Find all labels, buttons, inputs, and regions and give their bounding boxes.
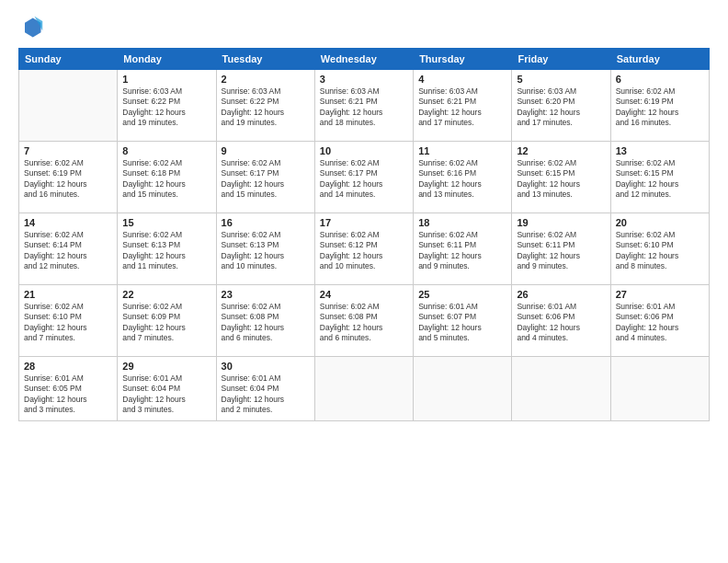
day-info: Sunrise: 6:01 AM Sunset: 6:06 PM Dayligh… bbox=[616, 302, 704, 344]
week-row-3: 14Sunrise: 6:02 AM Sunset: 6:14 PM Dayli… bbox=[19, 213, 710, 285]
calendar-cell bbox=[314, 357, 413, 421]
day-info: Sunrise: 6:01 AM Sunset: 6:06 PM Dayligh… bbox=[517, 302, 605, 344]
day-info: Sunrise: 6:02 AM Sunset: 6:10 PM Dayligh… bbox=[616, 230, 704, 272]
calendar-cell bbox=[414, 357, 512, 421]
calendar-cell: 28Sunrise: 6:01 AM Sunset: 6:05 PM Dayli… bbox=[19, 357, 118, 421]
day-number: 29 bbox=[122, 361, 210, 372]
calendar-cell: 6Sunrise: 6:02 AM Sunset: 6:19 PM Daylig… bbox=[610, 70, 709, 142]
day-number: 30 bbox=[222, 361, 310, 372]
week-row-2: 7Sunrise: 6:02 AM Sunset: 6:19 PM Daylig… bbox=[19, 142, 710, 213]
calendar-cell: 24Sunrise: 6:02 AM Sunset: 6:08 PM Dayli… bbox=[314, 285, 413, 357]
day-number: 16 bbox=[222, 217, 310, 228]
week-row-5: 28Sunrise: 6:01 AM Sunset: 6:05 PM Dayli… bbox=[19, 357, 710, 421]
weekday-header-friday: Friday bbox=[512, 49, 610, 70]
day-number: 11 bbox=[418, 145, 506, 156]
day-info: Sunrise: 6:02 AM Sunset: 6:17 PM Dayligh… bbox=[320, 158, 408, 201]
weekday-header-thursday: Thursday bbox=[414, 49, 512, 70]
day-number: 25 bbox=[418, 289, 506, 300]
day-info: Sunrise: 6:02 AM Sunset: 6:16 PM Dayligh… bbox=[418, 158, 506, 201]
day-info: Sunrise: 6:02 AM Sunset: 6:08 PM Dayligh… bbox=[222, 302, 310, 344]
day-number: 9 bbox=[222, 145, 310, 156]
day-info: Sunrise: 6:02 AM Sunset: 6:10 PM Dayligh… bbox=[24, 302, 112, 344]
calendar-cell: 5Sunrise: 6:03 AM Sunset: 6:20 PM Daylig… bbox=[512, 70, 610, 142]
day-number: 12 bbox=[517, 145, 605, 156]
day-number: 1 bbox=[122, 74, 210, 85]
day-info: Sunrise: 6:01 AM Sunset: 6:04 PM Dayligh… bbox=[122, 373, 210, 416]
calendar-cell: 15Sunrise: 6:02 AM Sunset: 6:13 PM Dayli… bbox=[118, 213, 216, 285]
day-number: 23 bbox=[222, 289, 310, 300]
day-number: 15 bbox=[122, 217, 210, 228]
calendar-cell: 25Sunrise: 6:01 AM Sunset: 6:07 PM Dayli… bbox=[414, 285, 512, 357]
calendar-cell bbox=[512, 357, 610, 421]
calendar-cell: 26Sunrise: 6:01 AM Sunset: 6:06 PM Dayli… bbox=[512, 285, 610, 357]
day-info: Sunrise: 6:02 AM Sunset: 6:13 PM Dayligh… bbox=[122, 230, 210, 272]
day-info: Sunrise: 6:02 AM Sunset: 6:15 PM Dayligh… bbox=[517, 158, 605, 201]
logo bbox=[18, 15, 48, 40]
day-info: Sunrise: 6:02 AM Sunset: 6:13 PM Dayligh… bbox=[222, 230, 310, 272]
calendar-cell: 21Sunrise: 6:02 AM Sunset: 6:10 PM Dayli… bbox=[19, 285, 118, 357]
calendar-cell: 2Sunrise: 6:03 AM Sunset: 6:22 PM Daylig… bbox=[216, 70, 314, 142]
calendar-cell: 9Sunrise: 6:02 AM Sunset: 6:17 PM Daylig… bbox=[216, 142, 314, 213]
calendar-cell: 18Sunrise: 6:02 AM Sunset: 6:11 PM Dayli… bbox=[414, 213, 512, 285]
day-number: 8 bbox=[122, 145, 210, 156]
day-info: Sunrise: 6:02 AM Sunset: 6:12 PM Dayligh… bbox=[320, 230, 408, 272]
day-info: Sunrise: 6:02 AM Sunset: 6:19 PM Dayligh… bbox=[616, 86, 704, 129]
day-info: Sunrise: 6:03 AM Sunset: 6:20 PM Dayligh… bbox=[517, 86, 605, 129]
calendar-cell: 3Sunrise: 6:03 AM Sunset: 6:21 PM Daylig… bbox=[314, 70, 413, 142]
calendar-cell: 17Sunrise: 6:02 AM Sunset: 6:12 PM Dayli… bbox=[314, 213, 413, 285]
day-info: Sunrise: 6:02 AM Sunset: 6:11 PM Dayligh… bbox=[517, 230, 605, 272]
day-number: 24 bbox=[320, 289, 408, 300]
day-number: 14 bbox=[24, 217, 112, 228]
week-row-4: 21Sunrise: 6:02 AM Sunset: 6:10 PM Dayli… bbox=[19, 285, 710, 357]
day-info: Sunrise: 6:03 AM Sunset: 6:22 PM Dayligh… bbox=[122, 86, 210, 129]
day-number: 22 bbox=[122, 289, 210, 300]
calendar-cell: 23Sunrise: 6:02 AM Sunset: 6:08 PM Dayli… bbox=[216, 285, 314, 357]
day-number: 21 bbox=[24, 289, 112, 300]
day-number: 6 bbox=[616, 74, 704, 85]
weekday-header-monday: Monday bbox=[118, 49, 216, 70]
day-info: Sunrise: 6:02 AM Sunset: 6:15 PM Dayligh… bbox=[616, 158, 704, 201]
calendar-cell: 22Sunrise: 6:02 AM Sunset: 6:09 PM Dayli… bbox=[118, 285, 216, 357]
calendar-cell: 14Sunrise: 6:02 AM Sunset: 6:14 PM Dayli… bbox=[19, 213, 118, 285]
calendar-cell: 7Sunrise: 6:02 AM Sunset: 6:19 PM Daylig… bbox=[19, 142, 118, 213]
day-info: Sunrise: 6:03 AM Sunset: 6:21 PM Dayligh… bbox=[320, 86, 408, 129]
day-number: 10 bbox=[320, 145, 408, 156]
calendar-cell: 20Sunrise: 6:02 AM Sunset: 6:10 PM Dayli… bbox=[610, 213, 709, 285]
day-number: 27 bbox=[616, 289, 704, 300]
calendar-cell bbox=[19, 70, 118, 142]
header bbox=[18, 15, 710, 40]
day-number: 2 bbox=[222, 74, 310, 85]
day-number: 17 bbox=[320, 217, 408, 228]
day-number: 20 bbox=[616, 217, 704, 228]
calendar-cell: 30Sunrise: 6:01 AM Sunset: 6:04 PM Dayli… bbox=[216, 357, 314, 421]
calendar-cell: 12Sunrise: 6:02 AM Sunset: 6:15 PM Dayli… bbox=[512, 142, 610, 213]
page: SundayMondayTuesdayWednesdayThursdayFrid… bbox=[0, 0, 728, 563]
weekday-header-wednesday: Wednesday bbox=[314, 49, 413, 70]
day-number: 5 bbox=[517, 74, 605, 85]
day-info: Sunrise: 6:02 AM Sunset: 6:17 PM Dayligh… bbox=[222, 158, 310, 201]
calendar-cell: 8Sunrise: 6:02 AM Sunset: 6:18 PM Daylig… bbox=[118, 142, 216, 213]
day-info: Sunrise: 6:02 AM Sunset: 6:19 PM Dayligh… bbox=[24, 158, 112, 201]
day-number: 26 bbox=[517, 289, 605, 300]
weekday-header-row: SundayMondayTuesdayWednesdayThursdayFrid… bbox=[19, 49, 710, 70]
day-info: Sunrise: 6:03 AM Sunset: 6:22 PM Dayligh… bbox=[222, 86, 310, 129]
calendar-cell: 13Sunrise: 6:02 AM Sunset: 6:15 PM Dayli… bbox=[610, 142, 709, 213]
day-info: Sunrise: 6:02 AM Sunset: 6:09 PM Dayligh… bbox=[122, 302, 210, 344]
day-number: 18 bbox=[418, 217, 506, 228]
day-number: 4 bbox=[418, 74, 506, 85]
weekday-header-sunday: Sunday bbox=[19, 49, 118, 70]
week-row-1: 1Sunrise: 6:03 AM Sunset: 6:22 PM Daylig… bbox=[19, 70, 710, 142]
day-info: Sunrise: 6:02 AM Sunset: 6:14 PM Dayligh… bbox=[24, 230, 112, 272]
logo-icon bbox=[18, 15, 44, 40]
day-number: 13 bbox=[616, 145, 704, 156]
calendar-cell: 1Sunrise: 6:03 AM Sunset: 6:22 PM Daylig… bbox=[118, 70, 216, 142]
day-info: Sunrise: 6:02 AM Sunset: 6:08 PM Dayligh… bbox=[320, 302, 408, 344]
weekday-header-tuesday: Tuesday bbox=[216, 49, 314, 70]
calendar-cell: 27Sunrise: 6:01 AM Sunset: 6:06 PM Dayli… bbox=[610, 285, 709, 357]
calendar-table: SundayMondayTuesdayWednesdayThursdayFrid… bbox=[18, 48, 710, 421]
day-info: Sunrise: 6:03 AM Sunset: 6:21 PM Dayligh… bbox=[418, 86, 506, 129]
calendar-cell bbox=[610, 357, 709, 421]
day-info: Sunrise: 6:01 AM Sunset: 6:07 PM Dayligh… bbox=[418, 302, 506, 344]
calendar-cell: 10Sunrise: 6:02 AM Sunset: 6:17 PM Dayli… bbox=[314, 142, 413, 213]
day-info: Sunrise: 6:02 AM Sunset: 6:18 PM Dayligh… bbox=[122, 158, 210, 201]
